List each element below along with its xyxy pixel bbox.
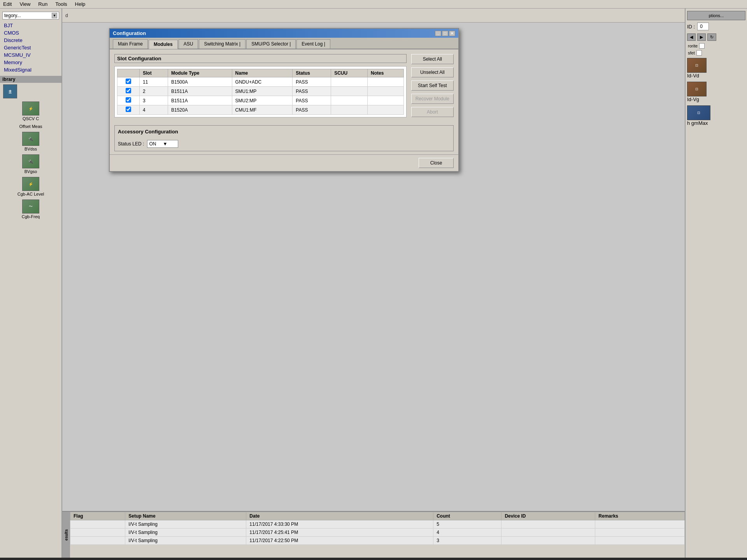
- nav-forward-button[interactable]: ▶: [697, 33, 706, 41]
- tab-switching-matrix[interactable]: Switching Matrix |: [199, 39, 245, 49]
- library-icon: ±: [3, 84, 17, 98]
- result-date-2: 11/17/2017 4:22:50 PM: [246, 537, 433, 545]
- tab-modules[interactable]: Modules: [149, 40, 178, 49]
- cgbfreq-icon: 〜: [22, 200, 39, 214]
- config-dialog: Configuration _ □ ✕ Main Frame Modules A…: [109, 28, 459, 172]
- col-module-type: Module Type: [168, 69, 232, 77]
- slot-checkbox-0[interactable]: [126, 79, 131, 84]
- slot-status-1: PASS: [293, 87, 331, 96]
- tab-asu[interactable]: ASU: [179, 39, 198, 49]
- dialog-title-buttons: _ □ ✕: [435, 31, 455, 36]
- slot-status-0: PASS: [293, 77, 331, 87]
- result-device-id-1: [502, 528, 595, 537]
- gmmax-label: h gmMax: [687, 120, 708, 126]
- sidebar-item-memory[interactable]: Memory: [0, 59, 61, 66]
- sidebar-item-bvdss[interactable]: 🔌 BVdss: [0, 130, 61, 153]
- tab-smu-pg[interactable]: SMU/PG Selector |: [246, 39, 296, 49]
- status-led-dropdown[interactable]: ON ▼: [147, 140, 178, 148]
- qscvc-icon: ⚡: [22, 102, 39, 116]
- slot-checkbox-cell: [117, 87, 140, 96]
- idvg-label: Id-Vg: [687, 96, 699, 102]
- slot-scuu-2: [331, 96, 368, 105]
- slot-table-row: 11 B1500A GNDU+ADC PASS: [117, 77, 404, 87]
- abort-button[interactable]: Abort: [411, 107, 454, 117]
- slot-checkbox-1[interactable]: [126, 88, 131, 93]
- idvg-icon: ⊡: [687, 82, 707, 96]
- options-button[interactable]: ptions...: [687, 11, 745, 20]
- menu-help[interactable]: Help: [75, 1, 86, 7]
- status-led-arrow-icon: ▼: [163, 141, 176, 147]
- sidebar-item-cgb-freq[interactable]: 〜 Cgb-Freq: [0, 198, 61, 220]
- main-area: d Configuration _ □ ✕ Main Frame Modules…: [62, 9, 685, 558]
- sidebar-item-bvgso[interactable]: 🔌 BVgso: [0, 153, 61, 175]
- sidebar-item-generictest[interactable]: GenericTest: [0, 44, 61, 51]
- result-count-0: 5: [433, 520, 502, 528]
- category-arrow-icon[interactable]: ▼: [52, 13, 57, 18]
- sidebar-item-mcsmu[interactable]: MCSMU_IV: [0, 51, 61, 59]
- results-table-container: Flag Setup Name Date Count Device ID Rem…: [70, 512, 685, 558]
- menu-view[interactable]: View: [19, 1, 30, 7]
- id-input[interactable]: 0: [697, 23, 709, 30]
- col-status: Status: [293, 69, 331, 77]
- app-title: d: [65, 13, 68, 18]
- sfet-label: sfet: [688, 51, 695, 55]
- slot-status-2: PASS: [293, 96, 331, 105]
- slot-name-2: SMU2:MP: [232, 96, 293, 105]
- top-bar: d: [62, 9, 685, 23]
- slot-scuu-3: [331, 105, 368, 115]
- close-button[interactable]: Close: [419, 158, 454, 168]
- menu-edit[interactable]: Edit: [3, 1, 12, 7]
- dialog-maximize-btn[interactable]: □: [442, 31, 448, 36]
- select-all-button[interactable]: Select All: [411, 54, 454, 64]
- result-flag-1: [70, 528, 125, 537]
- slot-table-row: 3 B1511A SMU2:MP PASS: [117, 96, 404, 105]
- sidebar-item-discrete[interactable]: Discrete: [0, 37, 61, 44]
- result-count-1: 4: [433, 528, 502, 537]
- status-led-row: Status LED : ON ▼: [118, 140, 450, 148]
- dialog-close-btn[interactable]: ✕: [449, 31, 455, 36]
- slot-number-2: 3: [140, 96, 168, 105]
- favorite-label: rorite: [688, 44, 698, 48]
- slot-notes-3: [367, 105, 403, 115]
- sidebar-item-mixedsignal[interactable]: MixedSignal: [0, 66, 61, 74]
- results-table-row: I/V-t Sampling 11/17/2017 4:33:30 PM 5: [70, 520, 685, 528]
- menu-tools[interactable]: Tools: [55, 1, 67, 7]
- dialog-footer: Close: [110, 154, 458, 171]
- favorite-dropdown[interactable]: [699, 43, 705, 49]
- tab-event-log[interactable]: Event Log |: [296, 39, 330, 49]
- right-icon-gmmax[interactable]: ⊡ h gmMax: [687, 105, 745, 126]
- result-flag-2: [70, 537, 125, 545]
- slot-config-wrapper: Slot Configuration Slot Module Type Name…: [114, 54, 407, 117]
- right-icon-idvg[interactable]: ⊡ Id-Vg: [687, 82, 745, 102]
- slot-checkbox-3[interactable]: [126, 107, 131, 112]
- unselect-all-button[interactable]: Unselect All: [411, 67, 454, 77]
- bottom-wrapper: esults Flag Setup Name Date Count Device…: [62, 512, 685, 558]
- result-remarks-0: [595, 520, 685, 528]
- favorite-row: rorite: [687, 42, 745, 49]
- results-side-label: esults: [62, 512, 70, 558]
- category-dropdown[interactable]: tegory... ▼: [2, 12, 59, 19]
- right-icon-idvd[interactable]: ⊡ Id-Vd: [687, 58, 745, 79]
- sidebar-item-cgb-ac[interactable]: ⚡ Cgb-AC Level: [0, 175, 61, 198]
- start-self-test-button[interactable]: Start Self Test: [411, 80, 454, 91]
- menu-run[interactable]: Run: [38, 1, 47, 7]
- category-label: tegory...: [4, 13, 52, 18]
- col-slot: Slot: [140, 69, 168, 77]
- sidebar-item-qscvc[interactable]: ⚡ QSCV C: [0, 100, 61, 122]
- result-device-id-0: [502, 520, 595, 528]
- nav-back-button[interactable]: ◀: [687, 33, 696, 41]
- refresh-button[interactable]: ↻: [707, 33, 716, 41]
- sidebar-item-offset-meas[interactable]: Offset Meas: [0, 122, 61, 130]
- result-setup-name-1: I/V-t Sampling: [125, 528, 246, 537]
- sidebar-item-bjt[interactable]: BJT: [0, 22, 61, 29]
- dialog-minimize-btn[interactable]: _: [435, 31, 441, 36]
- tab-mainframe[interactable]: Main Frame: [113, 39, 148, 49]
- sfet-dropdown[interactable]: [696, 50, 702, 56]
- slot-name-0: GNDU+ADC: [232, 77, 293, 87]
- accessory-config-section: Accessory Configuration Status LED : ON …: [114, 125, 454, 151]
- slot-checkbox-2[interactable]: [126, 97, 131, 103]
- recover-module-button[interactable]: Recover Module: [411, 94, 454, 104]
- sidebar-item-cmos[interactable]: CMOS: [0, 29, 61, 37]
- slot-checkbox-cell: [117, 96, 140, 105]
- slot-table: Slot Module Type Name Status SCUU Notes: [117, 69, 404, 115]
